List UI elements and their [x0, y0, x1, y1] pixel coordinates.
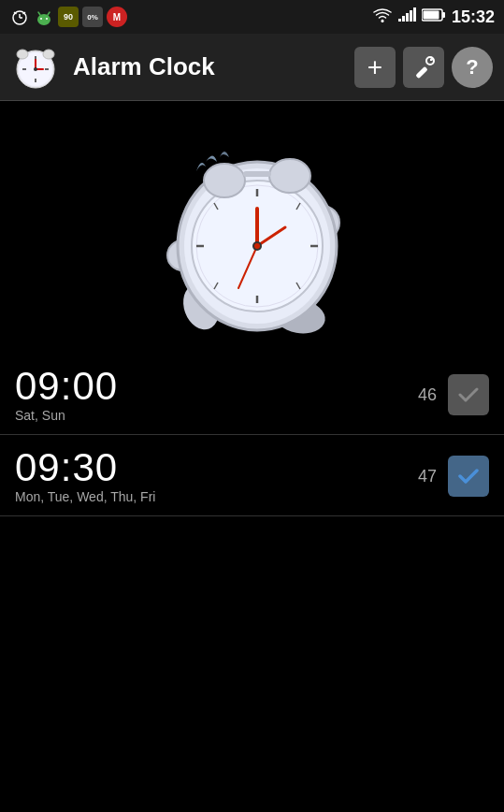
- alarm-toggle-2[interactable]: [448, 456, 489, 497]
- svg-point-28: [17, 50, 28, 59]
- alarm-time-block-2: 09:30 Mon, Tue, Wed, Thu, Fri: [15, 448, 418, 504]
- svg-point-53: [204, 164, 245, 197]
- alarm-days-2: Mon, Tue, Wed, Thu, Fri: [15, 489, 418, 504]
- alarm-toggle-1[interactable]: [448, 374, 489, 415]
- alarm-days-1: Sat, Sun: [15, 408, 418, 423]
- battery-percent-icon: 90: [58, 7, 79, 27]
- help-button[interactable]: ?: [452, 47, 493, 88]
- mcafee-icon: M: [107, 7, 127, 27]
- battery-icon: [422, 8, 446, 25]
- svg-rect-13: [406, 13, 409, 22]
- alarm-item-1[interactable]: 09:00 Sat, Sun 46: [0, 354, 504, 435]
- alarm-time-block-1: 09:00 Sat, Sun: [15, 367, 418, 423]
- alarm-item-2[interactable]: 09:30 Mon, Tue, Wed, Thu, Fri 47: [0, 435, 504, 516]
- app-header: Alarm Clock + ?: [0, 34, 504, 101]
- header-actions: + ?: [354, 47, 493, 88]
- alarm-number-1: 46: [418, 385, 437, 405]
- svg-point-5: [37, 14, 50, 25]
- settings-button[interactable]: [403, 47, 444, 88]
- signal-icon: [397, 7, 416, 26]
- svg-point-6: [40, 18, 42, 20]
- alarm-time-2: 09:30: [15, 448, 418, 487]
- clock-character-illustration: [112, 110, 393, 344]
- app-title: Alarm Clock: [73, 52, 354, 81]
- svg-point-54: [269, 159, 310, 193]
- svg-line-8: [38, 12, 40, 15]
- alarm-list: 09:00 Sat, Sun 46 09:30 Mon, Tue, Wed, T…: [0, 354, 504, 516]
- alarm-number-2: 47: [418, 467, 437, 486]
- svg-point-7: [46, 18, 48, 20]
- status-bar-right: 15:32: [373, 7, 495, 27]
- wifi-icon: [373, 8, 392, 26]
- svg-point-10: [381, 20, 383, 22]
- svg-point-27: [34, 67, 37, 71]
- svg-rect-30: [415, 65, 427, 78]
- svg-rect-14: [410, 10, 412, 22]
- svg-line-9: [48, 12, 50, 15]
- svg-point-29: [43, 50, 54, 59]
- clock-image-area: [0, 101, 504, 354]
- status-bar: 90 0% M: [0, 0, 504, 34]
- add-alarm-button[interactable]: +: [354, 47, 396, 88]
- svg-rect-11: [398, 19, 401, 22]
- unchecked-icon: [455, 382, 482, 408]
- checked-icon: [455, 463, 482, 489]
- alarm-time-1: 09:00: [15, 367, 418, 406]
- svg-rect-15: [413, 7, 416, 22]
- status-bar-left: 90 0% M: [9, 7, 127, 27]
- clock-time: 15:32: [452, 7, 495, 27]
- svg-rect-18: [423, 11, 439, 20]
- wrench-icon: [411, 55, 436, 80]
- app-logo: [11, 43, 60, 92]
- svg-point-52: [254, 243, 260, 249]
- zero-percent-icon: 0%: [82, 7, 103, 27]
- svg-rect-55: [243, 171, 271, 177]
- svg-rect-12: [402, 16, 405, 22]
- alarm-status-icon: [9, 7, 30, 27]
- svg-rect-17: [442, 12, 445, 18]
- android-icon: [34, 7, 54, 27]
